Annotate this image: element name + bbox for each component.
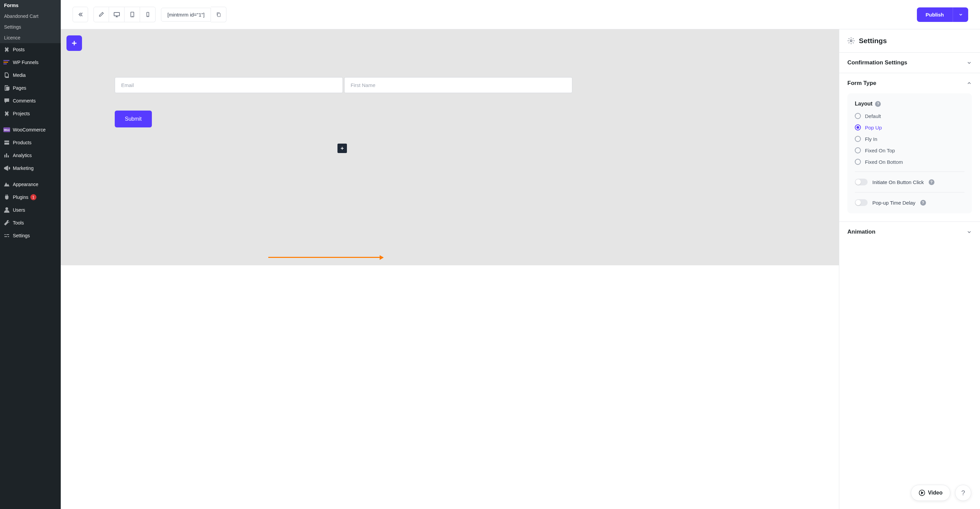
settings-panel: Settings Confirmation Settings Form Type [839,29,980,509]
accordion-title: Form Type [847,80,877,87]
users-icon [3,207,10,213]
sidebar-item-label: Products [13,140,31,145]
topbar: [mintmrm id="1"] Publish [61,0,980,29]
admin-sidebar: Forms Abandoned Cart Settings Licence Po… [0,0,61,509]
accordion-animation[interactable]: Animation [839,222,980,242]
sidebar-item-label: WooCommerce [13,127,46,132]
panel-title: Settings [859,37,887,45]
tablet-button[interactable] [124,7,140,22]
delay-toggle[interactable] [855,199,868,206]
sidebar-item-woocommerce[interactable]: Woo WooCommerce [0,124,61,136]
accordion-title: Confirmation Settings [847,59,907,66]
chevron-down-icon [967,229,972,235]
sidebar-item-settings[interactable]: Settings [0,229,61,242]
sidebar-item-label: Posts [13,47,25,52]
pin-icon [3,46,10,53]
radio-label: Fixed On Bottom [865,159,903,165]
radio-label: Fly In [865,136,877,142]
sidebar-item-analytics[interactable]: Analytics [0,149,61,162]
initiate-toggle[interactable] [855,179,868,186]
sidebar-item-users[interactable]: Users [0,204,61,216]
sidebar-sub-settings[interactable]: Settings [0,22,61,32]
sidebar-item-label: Tools [13,220,24,225]
woo-icon: Woo [3,127,10,133]
sidebar-item-label: Projects [13,111,30,116]
mobile-button[interactable] [140,7,156,22]
svg-point-7 [850,40,852,42]
tools-icon [3,219,10,226]
accordion-title: Animation [847,228,875,235]
help-icon[interactable]: ? [929,179,934,185]
main-area: [mintmrm id="1"] Publish [61,0,980,509]
sidebar-item-comments[interactable]: Comments [0,94,61,107]
help-button[interactable]: ? [955,485,971,501]
radio-label: Pop Up [865,125,882,130]
video-label: Video [928,490,943,496]
initiate-label: Initiate On Button Click [872,179,924,185]
layout-option-fixedtop[interactable]: Fixed On Top [855,147,964,153]
email-field[interactable] [115,77,343,93]
sidebar-item-wpfunnels[interactable]: WP Funnels [0,56,61,69]
svg-point-5 [148,16,148,16]
first-name-field[interactable] [344,77,572,93]
sidebar-item-posts[interactable]: Posts [0,43,61,56]
help-icon[interactable]: ? [875,101,881,107]
publish-button[interactable]: Publish [917,8,953,22]
desktop-button[interactable] [109,7,124,22]
layout-option-popup[interactable]: Pop Up [855,124,964,130]
radio-label: Default [865,113,881,119]
add-block-button[interactable] [67,35,82,51]
help-icon[interactable]: ? [920,200,926,206]
sidebar-item-label: Appearance [13,182,38,187]
layout-option-default[interactable]: Default [855,113,964,119]
plugins-badge: 1 [30,194,37,200]
back-button[interactable] [73,7,88,22]
media-icon [3,72,10,79]
accordion-confirmation[interactable]: Confirmation Settings [839,52,980,73]
canvas: Submit [61,29,839,265]
sidebar-item-label: Comments [13,98,36,103]
video-help-button[interactable]: Video [911,485,950,501]
layout-option-fixedbottom[interactable]: Fixed On Bottom [855,159,964,165]
plugins-icon [3,194,10,201]
gear-icon [847,37,855,44]
publish-dropdown[interactable] [953,8,968,22]
sidebar-item-label: WP Funnels [13,60,38,65]
submit-button[interactable]: Submit [115,111,152,127]
sidebar-item-marketing[interactable]: Marketing [0,162,61,174]
sidebar-item-products[interactable]: Products [0,136,61,149]
funnels-icon [3,59,10,66]
annotation-arrow [268,257,383,258]
chevron-down-icon [967,60,972,65]
comments-icon [3,97,10,104]
sidebar-item-media[interactable]: Media [0,69,61,82]
form-preview: Submit [61,30,839,166]
sidebar-item-label: Users [13,207,25,213]
add-block-bottom-button[interactable] [337,144,347,153]
sidebar-item-appearance[interactable]: Appearance [0,178,61,191]
sidebar-sub-forms[interactable]: Forms [0,0,61,11]
sidebar-item-plugins[interactable]: Plugins 1 [0,191,61,204]
sidebar-sub-licence[interactable]: Licence [0,32,61,43]
products-icon [3,139,10,146]
play-icon [919,490,925,496]
sidebar-item-tools[interactable]: Tools [0,216,61,229]
shortcode: [mintmrm id="1"] [161,7,226,22]
edit-button[interactable] [94,7,109,22]
sidebar-item-projects[interactable]: Projects [0,107,61,120]
accordion-formtype[interactable]: Form Type [839,73,980,94]
publish-group: Publish [917,8,968,22]
analytics-icon [3,152,10,159]
radio-label: Fixed On Top [865,147,895,153]
delay-label: Pop-up Time Delay [872,200,916,206]
sidebar-sub-abandoned-cart[interactable]: Abandoned Cart [0,11,61,22]
sidebar-item-label: Plugins [13,195,29,200]
pin-icon [3,110,10,117]
pages-icon [3,85,10,91]
layout-option-flyin[interactable]: Fly In [855,136,964,142]
sidebar-item-pages[interactable]: Pages [0,82,61,94]
shortcode-text: [mintmrm id="1"] [161,8,211,22]
svg-rect-1 [114,13,119,16]
copy-shortcode-button[interactable] [211,7,226,22]
sidebar-item-label: Media [13,73,25,78]
